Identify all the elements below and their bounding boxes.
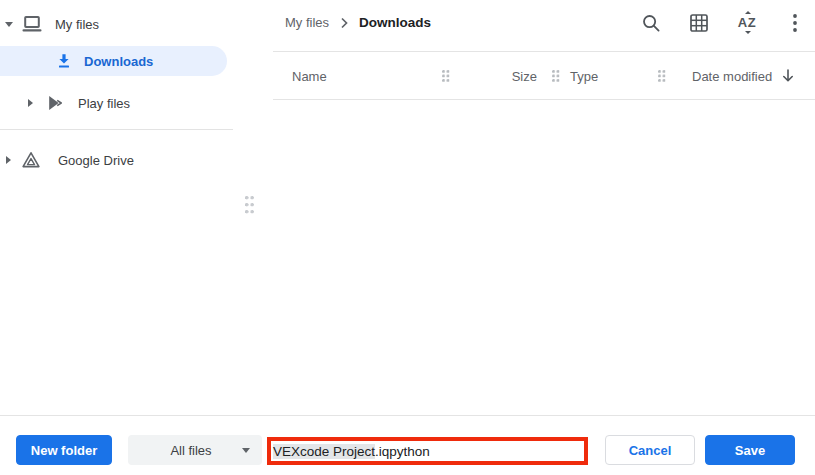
sidebar-item-label: Downloads (84, 54, 153, 69)
sidebar-item-downloads[interactable]: Downloads (0, 46, 227, 76)
breadcrumb-my-files[interactable]: My files (285, 15, 329, 30)
annotation-highlight: VEXcode Project.iqpython (267, 437, 588, 465)
sort-button[interactable]: AZ (729, 5, 765, 41)
file-list-empty-area[interactable] (273, 101, 815, 415)
splitter-handle[interactable] (245, 196, 254, 215)
google-drive-icon (22, 151, 40, 169)
toolbar: My files Downloads (273, 0, 815, 52)
filename-extension: .iqpython (375, 444, 430, 459)
laptop-icon (22, 15, 42, 33)
cancel-button[interactable]: Cancel (605, 435, 695, 465)
breadcrumb: My files Downloads (285, 15, 431, 30)
sort-descending-arrow-icon (781, 69, 795, 83)
column-resize-handle[interactable] (442, 70, 450, 82)
column-header-date-modified[interactable]: Date modified (692, 68, 795, 83)
file-list-header: Name Size Type Date modified (273, 52, 815, 100)
column-header-type[interactable]: Type (570, 68, 598, 83)
file-type-select[interactable]: All files (128, 435, 262, 465)
toolbar-actions: AZ (633, 5, 813, 41)
new-folder-button[interactable]: New folder (16, 435, 112, 465)
breadcrumb-downloads[interactable]: Downloads (359, 15, 431, 30)
column-header-label: Date modified (692, 68, 772, 83)
chevron-down-icon[interactable] (5, 22, 13, 27)
sidebar-item-label: Play files (78, 96, 130, 111)
sidebar-item-label: My files (55, 17, 99, 32)
search-button[interactable] (633, 5, 669, 41)
save-button[interactable]: Save (705, 435, 795, 465)
files-save-dialog: My files Downloads Play files (0, 0, 815, 475)
column-header-size[interactable]: Size (483, 68, 537, 83)
column-resize-handle[interactable] (658, 70, 666, 82)
sidebar-item-my-files[interactable]: My files (0, 12, 256, 36)
sidebar-item-label: Google Drive (58, 153, 134, 168)
chevron-right-icon[interactable] (28, 99, 33, 107)
grid-view-button[interactable] (681, 5, 717, 41)
filename-selected-text: VEXcode Project (273, 444, 375, 459)
sidebar-divider (0, 129, 233, 130)
search-icon (641, 13, 661, 33)
grid-view-icon (690, 14, 708, 32)
file-type-value: All files (140, 443, 242, 458)
sidebar-item-google-drive[interactable]: Google Drive (0, 146, 256, 174)
column-resize-handle[interactable] (552, 70, 560, 82)
chevron-right-icon[interactable] (6, 156, 11, 164)
more-menu-button[interactable] (777, 5, 813, 41)
play-store-icon (46, 94, 64, 112)
dropdown-caret-icon (242, 448, 250, 453)
column-header-name[interactable]: Name (292, 68, 327, 83)
more-menu-icon (792, 13, 798, 33)
main-panel: My files Downloads (273, 0, 815, 415)
filename-input[interactable]: VEXcode Project.iqpython (271, 441, 584, 461)
chevron-right-icon (338, 17, 350, 29)
sidebar: My files Downloads Play files (0, 0, 260, 415)
download-icon (56, 53, 72, 69)
sidebar-item-play-files[interactable]: Play files (0, 89, 256, 117)
footer-bar: New folder All files VEXcode Project.iqp… (0, 415, 815, 475)
sort-az-icon: AZ (738, 16, 756, 29)
